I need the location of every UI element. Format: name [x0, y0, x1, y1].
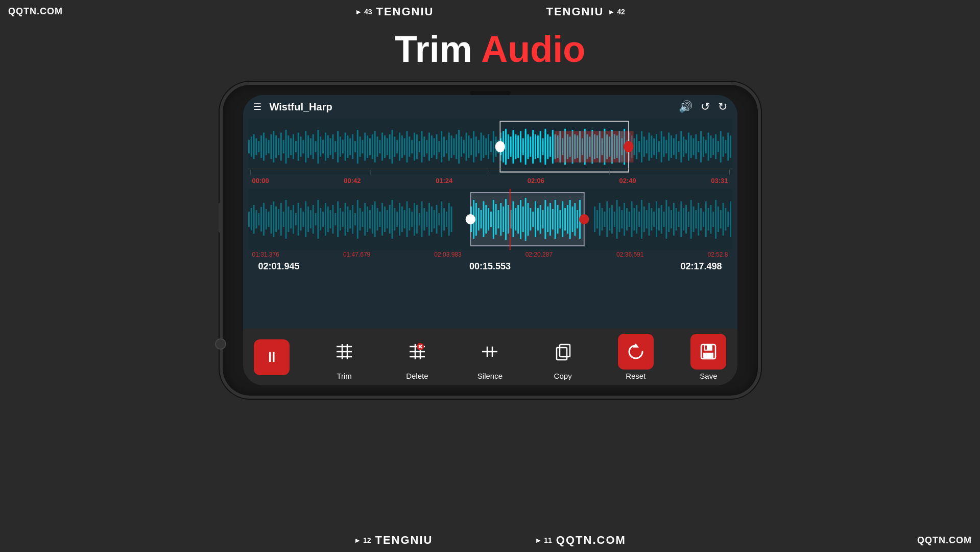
svg-rect-303 [376, 208, 378, 231]
svg-rect-157 [636, 134, 637, 159]
svg-rect-29 [320, 136, 321, 157]
svg-rect-410 [671, 210, 672, 228]
silence-button[interactable]: Silence [469, 334, 510, 380]
svg-rect-333 [450, 206, 452, 232]
reset-button[interactable]: Reset [615, 334, 656, 380]
svg-rect-3 [255, 139, 257, 155]
svg-rect-39 [344, 133, 346, 161]
svg-rect-323 [426, 212, 427, 227]
svg-rect-188 [712, 139, 714, 155]
volume-icon[interactable]: 🔊 [679, 100, 692, 113]
svg-rect-38 [342, 140, 343, 153]
time-marker-0: 00:00 [252, 177, 269, 185]
svg-rect-171 [671, 135, 672, 158]
overview-waveform[interactable]: | | | | | [248, 119, 732, 175]
svg-rect-265 [282, 212, 284, 227]
svg-rect-203 [517, 135, 519, 158]
trim-button[interactable]: Trim [324, 334, 365, 380]
copy-button[interactable]: Copy [542, 334, 583, 380]
save-button[interactable]: Save [688, 334, 729, 380]
svg-rect-167 [660, 131, 662, 163]
svg-rect-306 [384, 206, 386, 232]
svg-rect-400 [646, 210, 647, 228]
svg-rect-311 [396, 212, 398, 227]
svg-rect-64 [406, 131, 408, 163]
detail-time-5: 02:52.8 [707, 251, 728, 258]
svg-rect-170 [668, 133, 670, 161]
svg-rect-73 [428, 133, 430, 161]
svg-rect-432 [725, 208, 726, 231]
svg-rect-207 [527, 134, 529, 159]
svg-rect-302 [374, 201, 375, 237]
undo-icon[interactable]: ↺ [701, 100, 710, 113]
svg-rect-199 [507, 134, 509, 159]
svg-rect-4 [258, 141, 259, 152]
overview-wave-svg [248, 119, 732, 175]
svg-rect-19 [295, 141, 296, 152]
svg-rect-212 [539, 131, 541, 163]
svg-rect-28 [317, 130, 319, 164]
svg-rect-424 [705, 201, 706, 237]
time-marker-2: 01:24 [436, 177, 452, 185]
detail-time-3: 02:20.287 [525, 251, 553, 258]
svg-rect-461 [705, 346, 707, 350]
svg-rect-205 [522, 139, 523, 155]
delete-button[interactable]: Delete [397, 334, 438, 380]
redo-icon[interactable]: ↻ [718, 100, 727, 113]
svg-rect-279 [317, 200, 319, 239]
svg-rect-397 [638, 212, 640, 227]
svg-rect-415 [683, 208, 684, 231]
phone-device: ☰ Wistful_Harp 🔊 ↺ ↻ [220, 82, 761, 399]
svg-rect-290 [344, 203, 346, 236]
svg-rect-388 [616, 200, 617, 239]
svg-rect-313 [401, 206, 402, 232]
svg-rect-287 [337, 201, 339, 237]
svg-rect-276 [309, 210, 311, 228]
detail-time-2: 02:03.983 [434, 251, 461, 258]
svg-rect-48 [367, 135, 368, 158]
svg-rect-460 [703, 353, 713, 358]
svg-rect-262 [275, 206, 277, 232]
svg-rect-413 [678, 212, 679, 227]
svg-rect-214 [544, 129, 546, 165]
svg-rect-256 [260, 207, 262, 232]
svg-rect-12 [278, 139, 279, 155]
detail-waveform[interactable] [248, 189, 732, 250]
svg-point-250 [624, 141, 633, 152]
svg-rect-420 [695, 210, 697, 228]
position-indicators: 02:01.945 00:15.553 02:17.498 [248, 259, 732, 274]
svg-rect-92 [475, 136, 476, 157]
svg-rect-396 [636, 205, 637, 234]
svg-rect-379 [594, 206, 595, 232]
top-left-arrow: ► 43 [355, 8, 372, 16]
svg-rect-259 [268, 212, 269, 227]
save-icon [690, 334, 726, 370]
hamburger-icon[interactable]: ☰ [253, 101, 261, 112]
svg-rect-330 [443, 208, 445, 231]
svg-rect-434 [730, 201, 731, 237]
svg-rect-33 [329, 139, 331, 155]
svg-rect-320 [418, 213, 420, 225]
svg-rect-298 [364, 203, 366, 236]
pause-button[interactable]: ⏸ [251, 339, 292, 375]
svg-rect-168 [663, 136, 664, 157]
svg-rect-254 [255, 210, 257, 228]
svg-rect-380 [596, 210, 597, 228]
svg-rect-25 [309, 139, 311, 155]
svg-rect-200 [510, 136, 511, 157]
svg-rect-78 [441, 131, 442, 163]
svg-rect-99 [492, 131, 494, 163]
svg-rect-387 [613, 212, 615, 227]
svg-rect-433 [727, 212, 729, 227]
svg-rect-181 [695, 134, 697, 159]
pause-icon-container[interactable]: ⏸ [254, 339, 290, 375]
svg-rect-300 [369, 210, 371, 228]
svg-rect-176 [683, 136, 684, 157]
svg-rect-2 [253, 134, 254, 159]
svg-rect-184 [702, 136, 704, 157]
svg-rect-431 [722, 203, 724, 236]
svg-rect-165 [656, 134, 657, 159]
svg-rect-37 [339, 136, 341, 157]
detail-time-markers: 01:31.376 01:47.679 02:03.983 02:20.287 … [248, 250, 732, 259]
svg-rect-85 [458, 130, 460, 164]
